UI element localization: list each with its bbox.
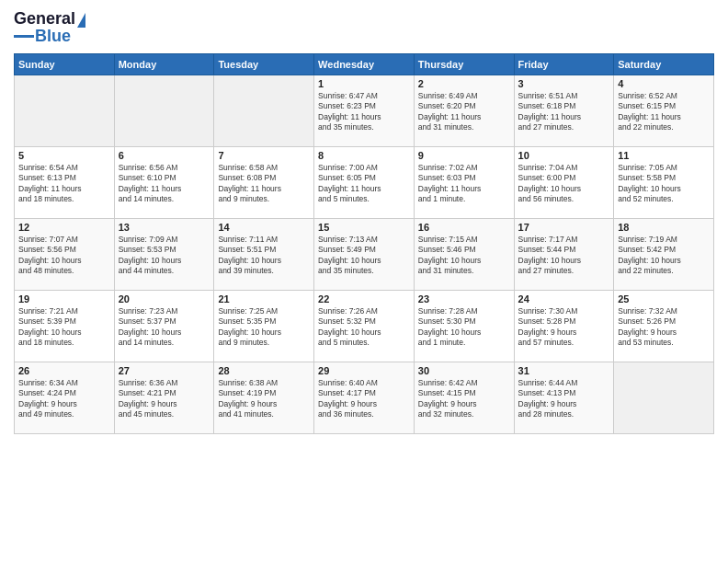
weekday-header: Monday <box>114 54 214 75</box>
day-info: Sunrise: 7:21 AM Sunset: 5:39 PM Dayligh… <box>18 306 110 349</box>
calendar-cell: 27Sunrise: 6:36 AM Sunset: 4:21 PM Dayli… <box>114 362 214 434</box>
day-number: 27 <box>119 365 210 376</box>
day-number: 22 <box>318 293 410 304</box>
day-info: Sunrise: 7:02 AM Sunset: 6:03 PM Dayligh… <box>418 163 510 205</box>
calendar-cell <box>114 75 214 147</box>
day-info: Sunrise: 7:04 AM Sunset: 6:00 PM Dayligh… <box>518 163 610 205</box>
calendar-cell: 31Sunrise: 6:44 AM Sunset: 4:13 PM Dayli… <box>514 362 614 434</box>
calendar-cell: 26Sunrise: 6:34 AM Sunset: 4:24 PM Dayli… <box>15 362 115 434</box>
day-number: 12 <box>18 222 110 233</box>
day-info: Sunrise: 7:26 AM Sunset: 5:32 PM Dayligh… <box>318 306 410 349</box>
day-number: 11 <box>618 150 710 161</box>
calendar-cell: 24Sunrise: 7:30 AM Sunset: 5:28 PM Dayli… <box>514 291 614 362</box>
day-info: Sunrise: 6:44 AM Sunset: 4:13 PM Dayligh… <box>518 378 610 420</box>
calendar-table: SundayMondayTuesdayWednesdayThursdayFrid… <box>14 53 714 434</box>
logo-triangle-icon <box>77 13 85 28</box>
weekday-header: Wednesday <box>314 54 415 75</box>
logo-blue-text: Blue <box>35 27 71 46</box>
calendar-cell: 6Sunrise: 6:56 AM Sunset: 6:10 PM Daylig… <box>114 147 214 219</box>
calendar-cell: 10Sunrise: 7:04 AM Sunset: 6:00 PM Dayli… <box>514 147 614 219</box>
day-number: 23 <box>418 293 510 304</box>
calendar-cell <box>15 75 115 147</box>
calendar-cell: 1Sunrise: 6:47 AM Sunset: 6:23 PM Daylig… <box>314 75 415 147</box>
day-info: Sunrise: 7:11 AM Sunset: 5:51 PM Dayligh… <box>218 235 310 277</box>
calendar-cell: 25Sunrise: 7:32 AM Sunset: 5:26 PM Dayli… <box>614 291 714 362</box>
day-number: 10 <box>518 150 610 161</box>
day-info: Sunrise: 7:25 AM Sunset: 5:35 PM Dayligh… <box>218 306 310 349</box>
day-number: 15 <box>318 222 410 233</box>
day-info: Sunrise: 6:56 AM Sunset: 6:10 PM Dayligh… <box>119 163 210 205</box>
day-number: 4 <box>618 78 710 89</box>
day-number: 9 <box>418 150 510 161</box>
day-info: Sunrise: 7:17 AM Sunset: 5:44 PM Dayligh… <box>518 235 610 277</box>
day-info: Sunrise: 7:15 AM Sunset: 5:46 PM Dayligh… <box>418 235 510 277</box>
calendar-cell: 14Sunrise: 7:11 AM Sunset: 5:51 PM Dayli… <box>214 219 314 291</box>
day-info: Sunrise: 7:09 AM Sunset: 5:53 PM Dayligh… <box>119 235 210 277</box>
calendar-week-row: 5Sunrise: 6:54 AM Sunset: 6:13 PM Daylig… <box>15 147 714 219</box>
day-info: Sunrise: 6:52 AM Sunset: 6:15 PM Dayligh… <box>618 91 710 133</box>
day-number: 6 <box>119 150 210 161</box>
page-container: General Blue SundayMondayTuesdayWednesda… <box>0 0 728 442</box>
day-number: 1 <box>318 78 410 89</box>
day-info: Sunrise: 6:34 AM Sunset: 4:24 PM Dayligh… <box>18 378 110 420</box>
calendar-cell: 17Sunrise: 7:17 AM Sunset: 5:44 PM Dayli… <box>514 219 614 291</box>
weekday-header: Saturday <box>614 54 714 75</box>
weekday-header: Thursday <box>414 54 514 75</box>
page-header: General Blue <box>14 9 714 46</box>
calendar-cell: 28Sunrise: 6:38 AM Sunset: 4:19 PM Dayli… <box>214 362 314 434</box>
day-info: Sunrise: 7:28 AM Sunset: 5:30 PM Dayligh… <box>418 306 510 349</box>
weekday-header: Sunday <box>15 54 115 75</box>
logo-general-text: General <box>14 9 75 29</box>
logo: General Blue <box>14 9 85 46</box>
day-number: 7 <box>218 150 310 161</box>
calendar-week-row: 19Sunrise: 7:21 AM Sunset: 5:39 PM Dayli… <box>15 291 714 362</box>
day-number: 3 <box>518 78 610 89</box>
day-info: Sunrise: 7:19 AM Sunset: 5:42 PM Dayligh… <box>618 235 710 277</box>
day-info: Sunrise: 6:40 AM Sunset: 4:17 PM Dayligh… <box>318 378 410 420</box>
calendar-cell: 15Sunrise: 7:13 AM Sunset: 5:49 PM Dayli… <box>314 219 415 291</box>
day-number: 26 <box>18 365 110 376</box>
day-info: Sunrise: 6:47 AM Sunset: 6:23 PM Dayligh… <box>318 91 410 133</box>
calendar-cell <box>214 75 314 147</box>
day-info: Sunrise: 7:00 AM Sunset: 6:05 PM Dayligh… <box>318 163 410 205</box>
day-number: 21 <box>218 293 310 304</box>
day-number: 29 <box>318 365 410 376</box>
calendar-cell: 23Sunrise: 7:28 AM Sunset: 5:30 PM Dayli… <box>414 291 514 362</box>
calendar-cell: 2Sunrise: 6:49 AM Sunset: 6:20 PM Daylig… <box>414 75 514 147</box>
day-info: Sunrise: 7:30 AM Sunset: 5:28 PM Dayligh… <box>518 306 610 349</box>
calendar-cell: 22Sunrise: 7:26 AM Sunset: 5:32 PM Dayli… <box>314 291 415 362</box>
day-info: Sunrise: 7:05 AM Sunset: 5:58 PM Dayligh… <box>618 163 710 205</box>
day-info: Sunrise: 6:49 AM Sunset: 6:20 PM Dayligh… <box>418 91 510 133</box>
calendar-cell: 12Sunrise: 7:07 AM Sunset: 5:56 PM Dayli… <box>15 219 115 291</box>
calendar-cell: 8Sunrise: 7:00 AM Sunset: 6:05 PM Daylig… <box>314 147 415 219</box>
calendar-header-row: SundayMondayTuesdayWednesdayThursdayFrid… <box>15 54 714 75</box>
day-info: Sunrise: 7:23 AM Sunset: 5:37 PM Dayligh… <box>119 306 210 349</box>
day-number: 19 <box>18 293 110 304</box>
calendar-cell: 21Sunrise: 7:25 AM Sunset: 5:35 PM Dayli… <box>214 291 314 362</box>
calendar-week-row: 26Sunrise: 6:34 AM Sunset: 4:24 PM Dayli… <box>15 362 714 434</box>
day-info: Sunrise: 6:36 AM Sunset: 4:21 PM Dayligh… <box>119 378 210 420</box>
day-info: Sunrise: 7:32 AM Sunset: 5:26 PM Dayligh… <box>618 306 710 349</box>
day-info: Sunrise: 7:07 AM Sunset: 5:56 PM Dayligh… <box>18 235 110 277</box>
day-number: 14 <box>218 222 310 233</box>
day-number: 2 <box>418 78 510 89</box>
logo-blue-line <box>14 35 34 38</box>
day-info: Sunrise: 6:38 AM Sunset: 4:19 PM Dayligh… <box>218 378 310 420</box>
day-number: 17 <box>518 222 610 233</box>
day-number: 18 <box>618 222 710 233</box>
calendar-cell: 16Sunrise: 7:15 AM Sunset: 5:46 PM Dayli… <box>414 219 514 291</box>
calendar-cell: 13Sunrise: 7:09 AM Sunset: 5:53 PM Dayli… <box>114 219 214 291</box>
day-info: Sunrise: 6:58 AM Sunset: 6:08 PM Dayligh… <box>218 163 310 205</box>
calendar-cell <box>614 362 714 434</box>
calendar-week-row: 12Sunrise: 7:07 AM Sunset: 5:56 PM Dayli… <box>15 219 714 291</box>
day-number: 24 <box>518 293 610 304</box>
day-info: Sunrise: 6:42 AM Sunset: 4:15 PM Dayligh… <box>418 378 510 420</box>
day-number: 25 <box>618 293 710 304</box>
day-info: Sunrise: 6:54 AM Sunset: 6:13 PM Dayligh… <box>18 163 110 205</box>
calendar-cell: 5Sunrise: 6:54 AM Sunset: 6:13 PM Daylig… <box>15 147 115 219</box>
day-number: 8 <box>318 150 410 161</box>
day-number: 5 <box>18 150 110 161</box>
calendar-cell: 30Sunrise: 6:42 AM Sunset: 4:15 PM Dayli… <box>414 362 514 434</box>
calendar-cell: 29Sunrise: 6:40 AM Sunset: 4:17 PM Dayli… <box>314 362 415 434</box>
day-info: Sunrise: 6:51 AM Sunset: 6:18 PM Dayligh… <box>518 91 610 133</box>
